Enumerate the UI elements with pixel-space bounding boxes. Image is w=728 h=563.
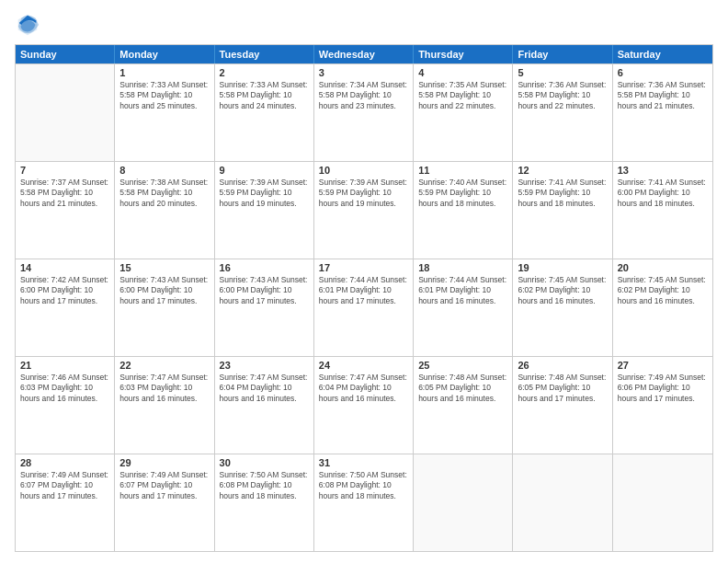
cell-info: Sunrise: 7:45 AM Sunset: 6:02 PM Dayligh… — [518, 275, 607, 306]
calendar-row-4: 21Sunrise: 7:46 AM Sunset: 6:03 PM Dayli… — [16, 356, 712, 454]
calendar-cell-empty — [613, 454, 712, 551]
calendar-cell-empty — [414, 454, 513, 551]
cell-info: Sunrise: 7:41 AM Sunset: 5:59 PM Dayligh… — [518, 178, 607, 209]
cell-day-number: 31 — [319, 457, 408, 468]
cell-info: Sunrise: 7:40 AM Sunset: 5:59 PM Dayligh… — [418, 178, 507, 209]
calendar-body: 1Sunrise: 7:33 AM Sunset: 5:58 PM Daylig… — [16, 63, 712, 551]
calendar-cell-25: 25Sunrise: 7:48 AM Sunset: 6:05 PM Dayli… — [414, 357, 513, 454]
cell-day-number: 26 — [518, 360, 607, 371]
cell-day-number: 7 — [20, 165, 109, 176]
cell-info: Sunrise: 7:43 AM Sunset: 6:00 PM Dayligh… — [119, 275, 209, 306]
calendar-cell-22: 22Sunrise: 7:47 AM Sunset: 6:03 PM Dayli… — [115, 357, 214, 454]
header-day-friday: Friday — [513, 45, 612, 63]
calendar-cell-15: 15Sunrise: 7:43 AM Sunset: 6:00 PM Dayli… — [115, 259, 214, 356]
cell-info: Sunrise: 7:39 AM Sunset: 5:59 PM Dayligh… — [319, 178, 408, 209]
calendar-cell-13: 13Sunrise: 7:41 AM Sunset: 6:00 PM Dayli… — [613, 162, 712, 259]
cell-info: Sunrise: 7:38 AM Sunset: 5:58 PM Dayligh… — [119, 178, 209, 209]
calendar-cell-28: 28Sunrise: 7:49 AM Sunset: 6:07 PM Dayli… — [16, 454, 115, 551]
cell-info: Sunrise: 7:50 AM Sunset: 6:08 PM Dayligh… — [319, 470, 408, 501]
cell-info: Sunrise: 7:45 AM Sunset: 6:02 PM Dayligh… — [618, 275, 708, 306]
cell-day-number: 18 — [418, 262, 507, 273]
cell-info: Sunrise: 7:44 AM Sunset: 6:01 PM Dayligh… — [319, 275, 408, 306]
cell-day-number: 30 — [220, 457, 309, 468]
cell-info: Sunrise: 7:44 AM Sunset: 6:01 PM Dayligh… — [418, 275, 507, 306]
calendar: SundayMondayTuesdayWednesdayThursdayFrid… — [15, 44, 713, 552]
cell-info: Sunrise: 7:48 AM Sunset: 6:05 PM Dayligh… — [418, 373, 507, 404]
header-day-wednesday: Wednesday — [314, 45, 414, 63]
cell-day-number: 12 — [518, 165, 607, 176]
cell-day-number: 2 — [220, 67, 309, 78]
cell-day-number: 5 — [518, 67, 607, 78]
cell-day-number: 13 — [618, 165, 708, 176]
cell-day-number: 24 — [319, 360, 408, 371]
calendar-cell-7: 7Sunrise: 7:37 AM Sunset: 5:58 PM Daylig… — [16, 162, 115, 259]
cell-day-number: 10 — [319, 165, 408, 176]
cell-day-number: 9 — [220, 165, 309, 176]
header-day-saturday: Saturday — [613, 45, 712, 63]
calendar-cell-5: 5Sunrise: 7:36 AM Sunset: 5:58 PM Daylig… — [513, 64, 612, 161]
calendar-cell-12: 12Sunrise: 7:41 AM Sunset: 5:59 PM Dayli… — [513, 162, 612, 259]
cell-day-number: 22 — [119, 360, 209, 371]
cell-info: Sunrise: 7:47 AM Sunset: 6:04 PM Dayligh… — [220, 373, 309, 404]
cell-info: Sunrise: 7:46 AM Sunset: 6:03 PM Dayligh… — [20, 373, 109, 404]
cell-info: Sunrise: 7:36 AM Sunset: 5:58 PM Dayligh… — [518, 80, 607, 111]
cell-day-number: 15 — [119, 262, 209, 273]
calendar-cell-19: 19Sunrise: 7:45 AM Sunset: 6:02 PM Dayli… — [513, 259, 612, 356]
cell-info: Sunrise: 7:47 AM Sunset: 6:04 PM Dayligh… — [319, 373, 408, 404]
calendar-cell-10: 10Sunrise: 7:39 AM Sunset: 5:59 PM Dayli… — [314, 162, 414, 259]
calendar-cell-26: 26Sunrise: 7:48 AM Sunset: 6:05 PM Dayli… — [513, 357, 612, 454]
cell-info: Sunrise: 7:47 AM Sunset: 6:03 PM Dayligh… — [119, 373, 209, 404]
calendar-cell-21: 21Sunrise: 7:46 AM Sunset: 6:03 PM Dayli… — [16, 357, 115, 454]
calendar-row-3: 14Sunrise: 7:42 AM Sunset: 6:00 PM Dayli… — [16, 259, 712, 356]
calendar-row-5: 28Sunrise: 7:49 AM Sunset: 6:07 PM Dayli… — [16, 454, 712, 551]
page: SundayMondayTuesdayWednesdayThursdayFrid… — [0, 0, 728, 563]
cell-info: Sunrise: 7:37 AM Sunset: 5:58 PM Dayligh… — [20, 178, 109, 209]
cell-info: Sunrise: 7:39 AM Sunset: 5:59 PM Dayligh… — [220, 178, 309, 209]
calendar-row-1: 1Sunrise: 7:33 AM Sunset: 5:58 PM Daylig… — [16, 63, 712, 161]
cell-day-number: 23 — [220, 360, 309, 371]
cell-info: Sunrise: 7:34 AM Sunset: 5:58 PM Dayligh… — [319, 80, 408, 111]
cell-day-number: 19 — [518, 262, 607, 273]
calendar-cell-3: 3Sunrise: 7:34 AM Sunset: 5:58 PM Daylig… — [314, 64, 414, 161]
cell-day-number: 1 — [119, 67, 209, 78]
calendar-cell-20: 20Sunrise: 7:45 AM Sunset: 6:02 PM Dayli… — [613, 259, 712, 356]
header — [15, 11, 713, 37]
calendar-cell-31: 31Sunrise: 7:50 AM Sunset: 6:08 PM Dayli… — [314, 454, 414, 551]
cell-info: Sunrise: 7:36 AM Sunset: 5:58 PM Dayligh… — [618, 80, 708, 111]
cell-day-number: 8 — [119, 165, 209, 176]
header-day-thursday: Thursday — [414, 45, 513, 63]
calendar-cell-6: 6Sunrise: 7:36 AM Sunset: 5:58 PM Daylig… — [613, 64, 712, 161]
calendar-cell-29: 29Sunrise: 7:49 AM Sunset: 6:07 PM Dayli… — [115, 454, 214, 551]
calendar-cell-4: 4Sunrise: 7:35 AM Sunset: 5:58 PM Daylig… — [414, 64, 513, 161]
calendar-cell-16: 16Sunrise: 7:43 AM Sunset: 6:00 PM Dayli… — [215, 259, 314, 356]
logo — [15, 11, 44, 37]
calendar-cell-18: 18Sunrise: 7:44 AM Sunset: 6:01 PM Dayli… — [414, 259, 513, 356]
calendar-cell-14: 14Sunrise: 7:42 AM Sunset: 6:00 PM Dayli… — [16, 259, 115, 356]
calendar-row-2: 7Sunrise: 7:37 AM Sunset: 5:58 PM Daylig… — [16, 161, 712, 259]
cell-info: Sunrise: 7:42 AM Sunset: 6:00 PM Dayligh… — [20, 275, 109, 306]
cell-info: Sunrise: 7:35 AM Sunset: 5:58 PM Dayligh… — [418, 80, 507, 111]
logo-icon — [15, 11, 40, 37]
calendar-header: SundayMondayTuesdayWednesdayThursdayFrid… — [16, 45, 712, 63]
header-day-tuesday: Tuesday — [215, 45, 314, 63]
cell-day-number: 3 — [319, 67, 408, 78]
cell-day-number: 6 — [618, 67, 708, 78]
cell-info: Sunrise: 7:50 AM Sunset: 6:08 PM Dayligh… — [220, 470, 309, 501]
calendar-cell-9: 9Sunrise: 7:39 AM Sunset: 5:59 PM Daylig… — [215, 162, 314, 259]
cell-day-number: 4 — [418, 67, 507, 78]
cell-day-number: 17 — [319, 262, 408, 273]
calendar-cell-11: 11Sunrise: 7:40 AM Sunset: 5:59 PM Dayli… — [414, 162, 513, 259]
cell-info: Sunrise: 7:48 AM Sunset: 6:05 PM Dayligh… — [518, 373, 607, 404]
calendar-cell-27: 27Sunrise: 7:49 AM Sunset: 6:06 PM Dayli… — [613, 357, 712, 454]
cell-info: Sunrise: 7:41 AM Sunset: 6:00 PM Dayligh… — [618, 178, 708, 209]
cell-info: Sunrise: 7:49 AM Sunset: 6:07 PM Dayligh… — [20, 470, 109, 501]
header-day-sunday: Sunday — [16, 45, 115, 63]
calendar-cell-24: 24Sunrise: 7:47 AM Sunset: 6:04 PM Dayli… — [314, 357, 414, 454]
calendar-cell-23: 23Sunrise: 7:47 AM Sunset: 6:04 PM Dayli… — [215, 357, 314, 454]
calendar-cell-empty — [513, 454, 612, 551]
cell-day-number: 11 — [418, 165, 507, 176]
header-day-monday: Monday — [115, 45, 214, 63]
cell-day-number: 28 — [20, 457, 109, 468]
calendar-cell-empty — [16, 64, 115, 161]
calendar-cell-17: 17Sunrise: 7:44 AM Sunset: 6:01 PM Dayli… — [314, 259, 414, 356]
